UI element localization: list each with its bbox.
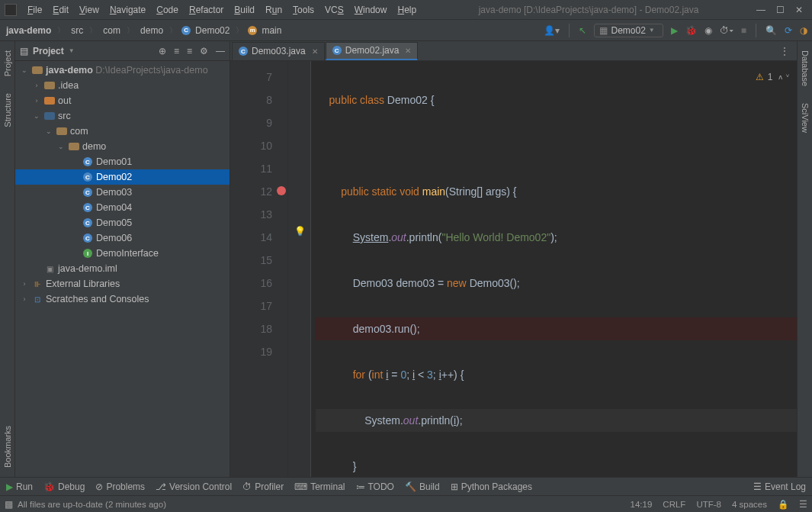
project-tree[interactable]: ⌄ java-demo D:\IdeaProjects\java-demo ›.… (15, 61, 229, 477)
line-number-gutter[interactable]: 7 8 9 10 11 12 13 14 15 16 17 18 19 (230, 61, 288, 477)
python-icon: ⊞ (451, 481, 458, 492)
crumb-project[interactable]: java-demo (5, 25, 53, 36)
tree-item-interface[interactable]: IDemoInterface (15, 246, 229, 261)
tree-idea[interactable]: ›.idea (15, 78, 229, 93)
status-toggle-icon[interactable]: ▩ (5, 499, 13, 510)
minimize-button[interactable]: — (756, 5, 765, 15)
tree-item-demo06[interactable]: CDemo06 (15, 230, 229, 246)
tree-out[interactable]: ›out (15, 93, 229, 108)
terminal-icon: ⌨ (294, 481, 307, 492)
menu-view[interactable]: View (75, 3, 104, 17)
tab-more-icon[interactable]: ⋮ (780, 46, 797, 56)
collapse-all-icon[interactable]: ≡ (187, 46, 192, 56)
tool-tab-database[interactable]: Database (799, 44, 811, 92)
tool-python[interactable]: ⊞Python Packages (451, 481, 532, 492)
run-config-selector[interactable]: ▦ Demo02 ▼ (594, 24, 663, 37)
crumb-method[interactable]: main (260, 25, 283, 36)
debug-button-icon[interactable]: 🐞 (685, 25, 697, 36)
tool-tab-sciview[interactable]: SciView (799, 97, 811, 139)
menu-code[interactable]: Code (152, 3, 183, 17)
search-icon[interactable]: 🔍 (765, 25, 777, 36)
project-panel-title[interactable]: Project (33, 46, 64, 56)
tool-profiler[interactable]: ⏱Profiler (242, 481, 284, 492)
lock-icon[interactable]: 🔒 (778, 499, 788, 510)
tool-tab-structure[interactable]: Structure (2, 87, 14, 134)
crumb-class[interactable]: Demo02 (194, 25, 231, 36)
tree-external[interactable]: ›⊪External Libraries (15, 276, 229, 291)
tree-com[interactable]: ⌄com (15, 124, 229, 139)
status-enc[interactable]: UTF-8 (696, 500, 721, 509)
profile-button-icon[interactable]: ⏱▾ (720, 25, 733, 36)
intention-bulb-icon[interactable]: 💡 (294, 226, 306, 237)
close-tab-icon[interactable]: ✕ (312, 47, 318, 56)
tool-todo[interactable]: ≔TODO (356, 481, 394, 492)
app-icon (5, 4, 17, 16)
tree-item-demo03[interactable]: CDemo03 (15, 185, 229, 200)
tree-item-demo05[interactable]: CDemo05 (15, 215, 229, 230)
status-eol[interactable]: CRLF (663, 500, 685, 509)
back-icon[interactable]: ↖ (579, 25, 586, 36)
bug-icon: 🐞 (43, 481, 55, 492)
tool-tab-bookmarks[interactable]: Bookmarks (2, 420, 14, 474)
eventlog-icon: ☰ (753, 481, 762, 492)
maximize-button[interactable]: ☐ (776, 5, 785, 15)
close-tab-icon[interactable]: ✕ (405, 47, 411, 55)
tool-problems[interactable]: ⊘Problems (95, 481, 145, 492)
menu-file[interactable]: File (23, 3, 47, 17)
fold-gutter[interactable]: 💡 (288, 61, 311, 477)
tab-demo03[interactable]: C Demo03.java✕ (232, 42, 325, 60)
title-bar: File Edit View Navigate Code Refactor Bu… (0, 0, 812, 20)
sync-icon[interactable]: ⟳ (785, 25, 792, 36)
tree-iml[interactable]: ▣java-demo.iml (15, 261, 229, 276)
tree-item-demo04[interactable]: CDemo04 (15, 200, 229, 215)
build-icon: 🔨 (405, 481, 416, 492)
tool-terminal[interactable]: ⌨Terminal (294, 481, 345, 492)
tool-build[interactable]: 🔨Build (405, 481, 440, 492)
tree-demo[interactable]: ⌄demo (15, 139, 229, 154)
tab-demo02[interactable]: C Demo02.java✕ (326, 42, 419, 60)
tool-debug[interactable]: 🐞Debug (43, 481, 85, 492)
tool-tab-project[interactable]: Project (2, 44, 14, 82)
crumb-src[interactable]: src (69, 25, 85, 36)
menu-tools[interactable]: Tools (288, 3, 319, 17)
tree-item-demo01[interactable]: CDemo01 (15, 154, 229, 169)
close-button[interactable]: ✕ (795, 5, 803, 15)
gear-icon[interactable]: ⚙ (200, 46, 208, 56)
tool-vcs[interactable]: ⎇Version Control (156, 481, 232, 492)
add-user-icon[interactable]: 👤▾ (544, 25, 560, 36)
menu-vcs[interactable]: VCS (320, 3, 348, 17)
breadcrumb: java-demo 〉 src 〉 com 〉 demo 〉 C Demo02 … (5, 25, 283, 36)
coverage-button-icon[interactable]: ◉ (704, 25, 712, 36)
inspection-widget[interactable]: ⚠ 1 ʌ ⱽ (756, 66, 789, 89)
ide-icon[interactable]: ◑ (800, 25, 807, 36)
crumb-com[interactable]: com (101, 25, 122, 36)
menu-run[interactable]: Run (261, 3, 287, 17)
code-editor[interactable]: 7 8 9 10 11 12 13 14 15 16 17 18 19 💡 pu… (230, 61, 797, 477)
problems-icon: ⊘ (95, 481, 103, 492)
code-area[interactable]: public class Demo02 { public static void… (311, 61, 797, 477)
menu-bar: File Edit View Navigate Code Refactor Bu… (23, 3, 421, 17)
crumb-demo[interactable]: demo (139, 25, 165, 36)
menu-edit[interactable]: Edit (48, 3, 73, 17)
menu-navigate[interactable]: Navigate (105, 3, 150, 17)
status-indent[interactable]: 4 spaces (732, 500, 767, 509)
tree-src[interactable]: ⌄src (15, 108, 229, 124)
tool-run[interactable]: ▶Run (6, 481, 33, 492)
stop-button-icon[interactable]: ■ (741, 25, 746, 36)
status-pos[interactable]: 14:19 (631, 500, 653, 509)
tree-item-demo02[interactable]: CDemo02 (15, 169, 229, 185)
tree-scratches[interactable]: ›⊡Scratches and Consoles (15, 291, 229, 307)
menu-window[interactable]: Window (350, 3, 392, 17)
warning-icon: ⚠ (756, 66, 764, 89)
expand-all-icon[interactable]: ≡ (174, 46, 179, 56)
menu-help[interactable]: Help (393, 3, 421, 17)
menu-refactor[interactable]: Refactor (185, 3, 228, 17)
tool-eventlog[interactable]: ☰Event Log (753, 481, 806, 492)
window-controls: — ☐ ✕ (756, 5, 807, 15)
run-button-icon[interactable]: ▶ (671, 25, 678, 36)
notify-icon[interactable]: ☰ (799, 499, 807, 510)
tree-root[interactable]: ⌄ java-demo D:\IdeaProjects\java-demo (15, 63, 229, 78)
hide-icon[interactable]: — (216, 46, 225, 56)
menu-build[interactable]: Build (229, 3, 259, 17)
select-opened-icon[interactable]: ⊕ (159, 46, 166, 56)
